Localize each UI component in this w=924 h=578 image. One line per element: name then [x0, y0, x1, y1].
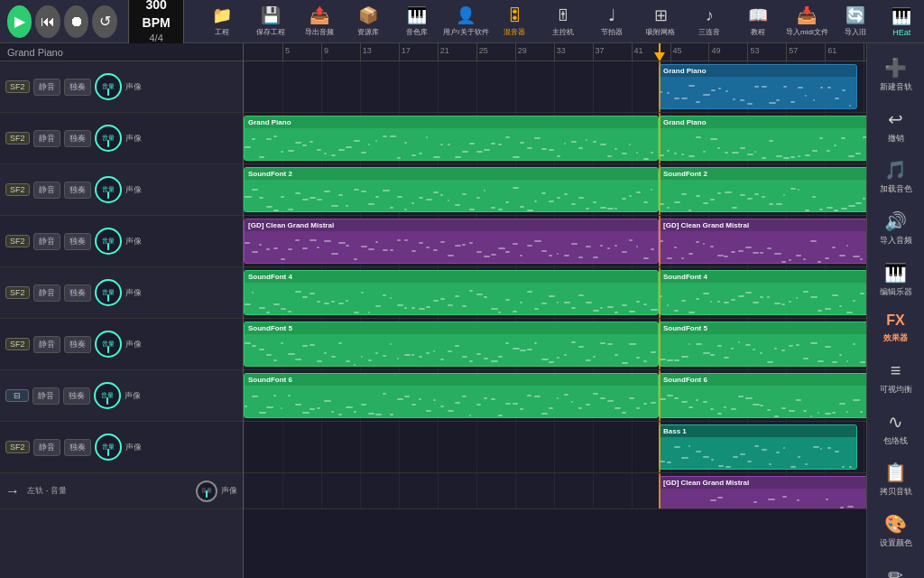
- lane-4[interactable]: [GD] Clean Grand Mistral[GD] Clean Grand…: [244, 216, 866, 267]
- toolbar-export-button[interactable]: 📤导出音频: [296, 2, 343, 42]
- track-volume-knob-3[interactable]: 音量: [95, 176, 122, 203]
- clip-lane7-0[interactable]: SoundFont 6: [244, 373, 659, 418]
- toolbar-user-button[interactable]: 👤用户/关于软件: [442, 2, 489, 42]
- toolbar-midi_import-button[interactable]: 📥导入midi文件: [783, 2, 830, 42]
- rs-import-audio-button[interactable]: 🔊导入音频: [871, 204, 921, 252]
- toolbar-soundfont-button[interactable]: 🎹音色库: [393, 2, 440, 42]
- track-solo-2[interactable]: 独奏: [64, 130, 91, 147]
- mini-note: [790, 156, 795, 158]
- stop-button[interactable]: ⏮: [35, 5, 60, 38]
- mini-note: [696, 298, 700, 300]
- track-volume-knob-4[interactable]: 音量: [95, 228, 122, 255]
- toolbar-master-button[interactable]: 🎚主控机: [540, 2, 587, 42]
- track-mute-5[interactable]: 静音: [33, 284, 60, 302]
- mini-note: [245, 406, 247, 407]
- play-button[interactable]: ▶: [7, 5, 32, 38]
- lane-2[interactable]: Grand PianoGrand Piano: [244, 113, 866, 164]
- track-sf2-6[interactable]: SF2: [5, 338, 30, 350]
- track-mute-8[interactable]: 静音: [33, 439, 60, 456]
- clip-lane2-1[interactable]: Grand Piano: [659, 116, 866, 161]
- mini-note: [803, 410, 807, 412]
- track-solo-5[interactable]: 独奏: [64, 284, 91, 302]
- track-sf2-1[interactable]: SF2: [5, 80, 30, 93]
- rs-editor-button[interactable]: 🎹编辑乐器: [871, 256, 921, 303]
- lane-6[interactable]: SoundFont 5SoundFont 5SoundFont 5: [244, 319, 866, 370]
- toolbar-import_old-button[interactable]: 🔄导入旧: [832, 2, 879, 42]
- track-volume-knob-8[interactable]: 音量: [95, 434, 122, 461]
- toolbar-chord-button[interactable]: ♩节拍器: [588, 2, 635, 42]
- rs-undo-button[interactable]: ↩撤销: [871, 102, 921, 150]
- rs-envelope-button[interactable]: ∿包络线: [871, 405, 921, 452]
- track-sf2-7[interactable]: ⊟: [5, 389, 29, 402]
- rs-equalizer-button[interactable]: ≡可视均衡: [871, 353, 921, 401]
- lane-7[interactable]: SoundFont 6SoundFont 6: [244, 370, 866, 422]
- clip-lane2-0[interactable]: Grand Piano: [244, 116, 659, 161]
- track-volume-knob-1[interactable]: 音量: [95, 73, 122, 100]
- bpm-display[interactable]: 300 BPM 4/4: [128, 0, 185, 49]
- track-solo-4[interactable]: 独奏: [64, 233, 91, 250]
- clip-lane3-1[interactable]: SoundFont 2: [659, 167, 866, 212]
- mini-notes-lane6-0: [245, 339, 658, 366]
- track-mute-6[interactable]: 静音: [33, 336, 60, 353]
- track-sf2-8[interactable]: SF2: [5, 441, 30, 453]
- rs-copy-track-button[interactable]: 📋拷贝音轨: [871, 455, 921, 503]
- rs-rename-button[interactable]: ✏重命名: [871, 558, 921, 578]
- track-mute-2[interactable]: 静音: [33, 130, 60, 147]
- rs-set-color-button[interactable]: 🎨设置颜色: [871, 507, 921, 555]
- track-mute-7[interactable]: 静音: [32, 387, 60, 405]
- mini-note: [674, 446, 680, 448]
- clip-lane1-0[interactable]: Grand Piano: [659, 64, 857, 109]
- lane-1[interactable]: Grand PianoGrand Piano: [244, 61, 866, 113]
- track-solo-7[interactable]: 独奏: [63, 387, 90, 405]
- lane-3[interactable]: SoundFont 2SoundFont 2: [244, 164, 866, 216]
- record-button[interactable]: ⏺: [64, 5, 88, 38]
- clip-lane6-0[interactable]: SoundFont 5: [244, 322, 659, 367]
- rs-add-track-button[interactable]: ➕新建音轨: [871, 51, 921, 98]
- lane-area[interactable]: 5913172125293337414549535761656973778185…: [244, 43, 866, 578]
- track-mute-4[interactable]: 静音: [33, 233, 60, 250]
- mini-note: [578, 346, 584, 348]
- clip-lane3-0[interactable]: SoundFont 2: [244, 167, 659, 212]
- mini-note: [266, 206, 273, 208]
- toolbar-mixer-button[interactable]: 🎛混音器: [491, 2, 538, 42]
- loop-button[interactable]: ↺: [92, 5, 116, 38]
- track-solo-1[interactable]: 独奏: [64, 79, 91, 96]
- track-solo-3[interactable]: 独奏: [64, 182, 91, 199]
- track-solo-8[interactable]: 独奏: [64, 439, 91, 456]
- clip-lane8-0[interactable]: Bass 1: [659, 424, 857, 470]
- track-sf2-3[interactable]: SF2: [5, 183, 30, 196]
- track-sf2-2[interactable]: SF2: [5, 132, 30, 144]
- rs-fx-button[interactable]: FX效果器: [871, 306, 921, 349]
- toolbar-project-button[interactable]: 📁工程: [199, 2, 245, 42]
- clip-lane7-1[interactable]: SoundFont 6: [659, 373, 866, 418]
- track-mute-3[interactable]: 静音: [33, 182, 60, 199]
- lane-5[interactable]: SoundFont 4SoundFont 4SoundFont 4: [244, 267, 866, 319]
- mini-note: [747, 461, 752, 462]
- track-volume-knob-2[interactable]: 音量: [95, 125, 122, 152]
- clip-lane4-0[interactable]: [GD] Clean Grand Mistral: [244, 219, 659, 264]
- clip-lane5-1[interactable]: SoundFont 4: [659, 270, 866, 315]
- lane-8[interactable]: Bass 1Bass 1: [244, 422, 866, 473]
- clip-lane9-0[interactable]: [GD] Clean Grand Mistral: [659, 476, 866, 509]
- bus-row: → 左轨 - 音量 音量 声像: [0, 473, 243, 509]
- track-volume-knob-7[interactable]: 音量: [94, 382, 121, 409]
- toolbar-tutorial-button[interactable]: 📖教程: [735, 2, 781, 42]
- toolbar-triplet-button[interactable]: ♪三连音: [686, 2, 733, 42]
- bus-volume-knob[interactable]: 音量: [196, 480, 217, 502]
- lane-9[interactable]: [GD] Clean Grand Mistral: [244, 473, 866, 509]
- rs-load-sound-button[interactable]: 🎵加载音色: [871, 153, 921, 200]
- toolbar-resource-button[interactable]: 📦资源库: [345, 2, 392, 42]
- track-solo-6[interactable]: 独奏: [64, 336, 91, 353]
- toolbar-save-button[interactable]: 💾保存工程: [247, 2, 294, 42]
- clip-lane6-1[interactable]: SoundFont 5: [659, 322, 866, 367]
- track-mute-1[interactable]: 静音: [33, 79, 60, 96]
- toolbar-grid-button[interactable]: ⊞吸附网格: [637, 2, 684, 42]
- clip-lane4-1[interactable]: [GD] Clean Grand Mistral: [659, 219, 866, 264]
- track-volume-knob-6[interactable]: 音量: [95, 331, 122, 358]
- import-audio-icon: 🔊: [884, 210, 907, 233]
- track-sf2-5[interactable]: SF2: [5, 286, 30, 299]
- heat-button[interactable]: 🎹 HEat: [886, 2, 917, 42]
- clip-lane5-0[interactable]: SoundFont 4: [244, 270, 659, 315]
- track-volume-knob-5[interactable]: 音量: [95, 279, 122, 306]
- track-sf2-4[interactable]: SF2: [5, 235, 30, 247]
